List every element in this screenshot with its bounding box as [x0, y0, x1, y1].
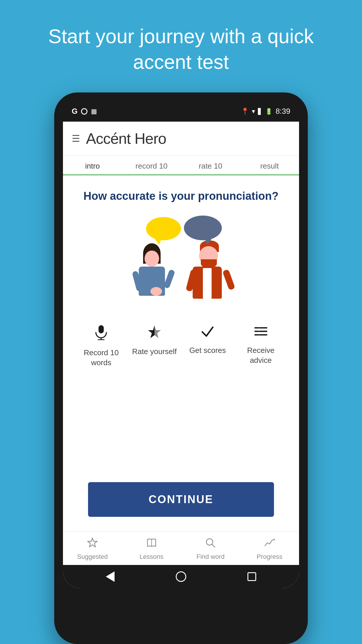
svg-marker-12 [88, 538, 97, 547]
svg-line-15 [212, 544, 215, 547]
nav-lessons-label: Lessons [140, 553, 164, 561]
bottom-nav: Suggested Lessons [63, 531, 299, 565]
suggested-icon [87, 538, 98, 551]
recent-apps-button[interactable] [246, 571, 258, 582]
main-content: How accurate is your pronunciation? [63, 175, 299, 531]
microphone-icon [95, 325, 108, 343]
status-icon-1 [81, 108, 87, 115]
person-woman [134, 243, 178, 307]
step-record-label: Record 10 words [77, 348, 126, 368]
hero-text: Start your journey with a quick accent t… [0, 0, 362, 92]
woman-hands [150, 287, 162, 296]
google-icon: G [72, 107, 78, 116]
tab-result[interactable]: result [240, 156, 299, 175]
step-scores-label: Get scores [189, 346, 226, 356]
app-header: ☰ Accént Hero [63, 122, 299, 156]
continue-button[interactable]: CONTINUE [88, 482, 274, 517]
android-nav-bar [63, 565, 299, 588]
phone-inner: G ▦ 📍 ▾ ▋ 🔋 8:39 ☰ Accént Hero i [63, 101, 299, 588]
nav-find-word[interactable]: Find word [181, 538, 240, 561]
svg-marker-5 [148, 326, 161, 338]
pronunciation-question: How accurate is your pronunciation? [83, 190, 278, 202]
man-shirt [203, 268, 212, 299]
nav-progress-label: Progress [257, 553, 282, 561]
nav-suggested-label: Suggested [77, 553, 108, 561]
step-record: Record 10 words [77, 325, 126, 368]
tab-rate[interactable]: rate 10 [181, 156, 240, 175]
phone-frame: G ▦ 📍 ▾ ▋ 🔋 8:39 ☰ Accént Hero i [54, 92, 308, 644]
tab-intro[interactable]: intro [63, 156, 122, 175]
speech-bubble-yellow [146, 217, 181, 240]
svg-rect-0 [99, 325, 104, 333]
status-icon-2: ▦ [91, 108, 97, 115]
battery-icon: 🔋 [265, 108, 273, 115]
wifi-icon: ▾ [252, 108, 255, 115]
steps-row: Record 10 words Rate y [72, 325, 290, 368]
list-icon [254, 325, 267, 341]
tab-record[interactable]: record 10 [122, 156, 181, 175]
app-screen: ☰ Accént Hero intro record 10 rate 10 re… [63, 122, 299, 588]
status-bar: G ▦ 📍 ▾ ▋ 🔋 8:39 [63, 101, 299, 122]
progress-icon [264, 538, 275, 551]
woman-face [145, 251, 159, 267]
status-time: 8:39 [275, 107, 290, 116]
recent-square-icon [247, 572, 256, 581]
step-scores: Get scores [183, 325, 232, 368]
home-button[interactable] [175, 571, 187, 582]
step-rate: Rate yourself [130, 325, 179, 368]
nav-suggested[interactable]: Suggested [63, 538, 122, 561]
home-circle-icon [176, 571, 186, 582]
status-bar-left: G ▦ [72, 107, 97, 116]
illustration [123, 214, 239, 307]
hamburger-icon[interactable]: ☰ [72, 133, 80, 144]
star-icon [147, 325, 162, 342]
man-arm-right [222, 269, 236, 290]
signal-icon: ▋ [258, 108, 262, 115]
woman-arm-right [163, 269, 175, 289]
location-icon: 📍 [241, 108, 249, 115]
app-title: Accént Hero [86, 130, 166, 147]
search-icon [205, 538, 216, 551]
back-triangle-icon [106, 571, 115, 582]
step-advice: Receive advice [236, 325, 285, 368]
step-advice-label: Receive advice [236, 346, 285, 365]
speech-bubble-blue [184, 216, 222, 240]
nav-progress[interactable]: Progress [240, 538, 299, 561]
tab-bar: intro record 10 rate 10 result [63, 156, 299, 175]
back-button[interactable] [104, 571, 116, 582]
nav-lessons[interactable]: Lessons [122, 538, 181, 561]
nav-find-word-label: Find word [196, 553, 225, 561]
person-man [187, 240, 233, 307]
book-icon [146, 538, 157, 551]
checkmark-icon [201, 325, 214, 341]
status-bar-right: 📍 ▾ ▋ 🔋 8:39 [241, 107, 290, 116]
step-rate-label: Rate yourself [132, 347, 177, 357]
